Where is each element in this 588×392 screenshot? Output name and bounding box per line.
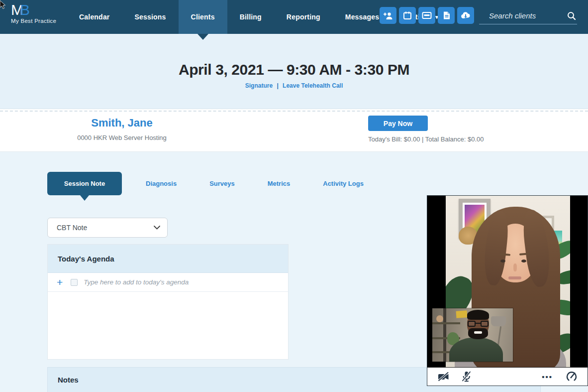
client-info: Smith, Jane 0000 HKR Web Server Hosting xyxy=(47,117,196,141)
add-client-button[interactable] xyxy=(380,7,396,24)
agenda-input[interactable] xyxy=(84,278,283,286)
cloud-upload-button[interactable] xyxy=(457,7,474,24)
active-tab-pointer xyxy=(80,195,89,201)
more-options-button[interactable]: ••• xyxy=(542,373,553,381)
client-search xyxy=(479,9,577,24)
payments-button[interactable] xyxy=(418,7,435,24)
microphone-off-icon xyxy=(461,371,472,383)
remote-video-stage xyxy=(427,196,588,368)
cloud-upload-icon xyxy=(460,11,471,19)
camera-off-icon xyxy=(437,371,450,382)
add-client-icon xyxy=(383,11,393,20)
session-links: Signature | Leave Telehealth Call xyxy=(0,82,588,89)
leave-telehealth-call-link[interactable]: Leave Telehealth Call xyxy=(283,82,343,89)
nav-item-billing[interactable]: Billing xyxy=(227,0,274,34)
tab-diagnosis[interactable]: Diagnosis xyxy=(146,180,177,187)
self-view-video[interactable] xyxy=(432,308,513,362)
nav-item-calendar[interactable]: Calendar xyxy=(67,0,122,34)
billing-summary: Today's Bill: $0.00 | Total Balance: $0.… xyxy=(368,135,484,143)
connection-quality-button[interactable] xyxy=(566,371,578,383)
top-navbar: MB My Best Practice Calendar Sessions Cl… xyxy=(0,0,588,34)
pay-now-button[interactable]: Pay Now xyxy=(368,116,428,131)
connection-gauge-icon xyxy=(566,371,578,383)
calendar-icon xyxy=(403,11,412,20)
logo-monogram: MB xyxy=(11,2,56,17)
logo-letter-b: B xyxy=(20,1,28,18)
search-icon[interactable] xyxy=(567,11,576,20)
tab-metrics[interactable]: Metrics xyxy=(268,180,291,187)
notes-title: Notes xyxy=(58,376,79,384)
agenda-item-checkbox[interactable] xyxy=(71,279,78,286)
chevron-down-icon xyxy=(154,226,160,230)
signature-link[interactable]: Signature xyxy=(245,82,273,89)
logo-text: My Best Practice xyxy=(11,18,56,24)
add-agenda-item-icon[interactable]: + xyxy=(57,277,63,287)
nav-item-reporting[interactable]: Reporting xyxy=(274,0,333,34)
nav-item-clients[interactable]: Clients xyxy=(179,0,227,34)
quick-actions xyxy=(380,7,474,24)
client-service-description: 0000 HKR Web Server Hosting xyxy=(47,134,196,141)
link-separator: | xyxy=(277,82,278,89)
tab-surveys[interactable]: Surveys xyxy=(209,180,235,187)
note-tabs: Session Note Diagnosis Surveys Metrics A… xyxy=(47,172,364,195)
client-bar: Smith, Jane 0000 HKR Web Server Hosting … xyxy=(0,109,588,152)
more-options-icon: ••• xyxy=(542,373,553,381)
agenda-title: Today's Agenda xyxy=(58,255,114,263)
tab-activity-logs[interactable]: Activity Logs xyxy=(323,180,364,187)
search-input[interactable] xyxy=(479,11,567,22)
video-call-controls: ••• xyxy=(427,367,588,386)
session-header: April 3, 2021 — 9:30 AM - 3:30 PM Signat… xyxy=(0,34,588,109)
calendar-button[interactable] xyxy=(399,7,416,24)
page: MB My Best Practice Calendar Sessions Cl… xyxy=(0,0,588,392)
nav-item-sessions[interactable]: Sessions xyxy=(122,0,179,34)
client-name-link[interactable]: Smith, Jane xyxy=(47,117,196,130)
note-type-select[interactable]: CBT Note xyxy=(47,218,168,238)
camera-toggle-button[interactable] xyxy=(437,371,450,382)
agenda-card: Today's Agenda + xyxy=(47,244,289,360)
documents-button[interactable] xyxy=(438,7,455,24)
agenda-header: Today's Agenda xyxy=(48,245,288,273)
app-logo[interactable]: MB My Best Practice xyxy=(11,2,56,24)
note-type-value: CBT Note xyxy=(57,224,87,232)
agenda-add-row: + xyxy=(48,273,288,292)
document-icon xyxy=(442,11,450,20)
billing-block: Pay Now Today's Bill: $0.00 | Total Bala… xyxy=(368,116,484,143)
tab-session-note[interactable]: Session Note xyxy=(47,172,122,195)
session-title: April 3, 2021 — 9:30 AM - 3:30 PM xyxy=(0,61,588,78)
telehealth-video-overlay[interactable]: ••• xyxy=(427,195,588,386)
active-nav-pointer xyxy=(197,34,208,40)
payments-card-icon xyxy=(422,11,432,19)
microphone-toggle-button[interactable] xyxy=(461,371,472,383)
